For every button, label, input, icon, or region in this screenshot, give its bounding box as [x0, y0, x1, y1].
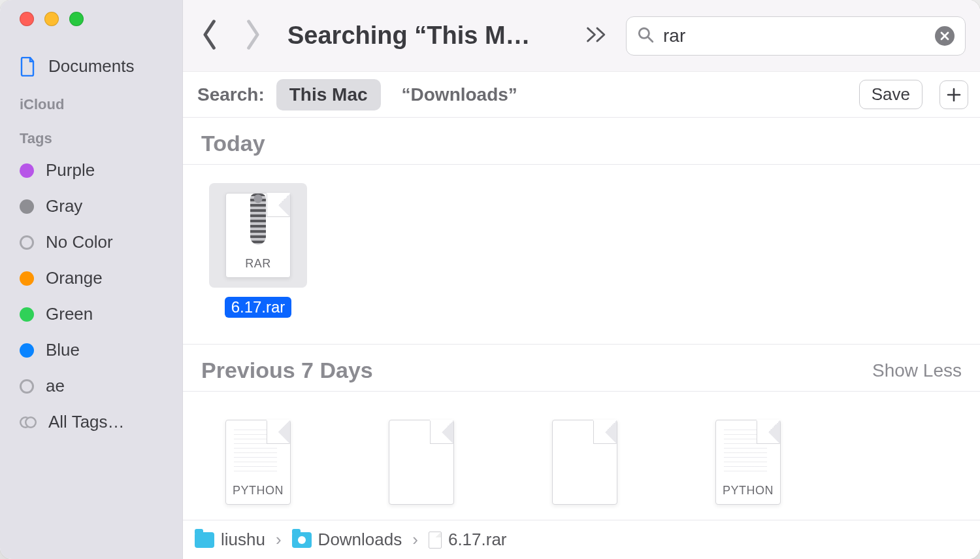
results-content: TodayRAR6.17.rarPrevious 7 DaysShow Less… [183, 118, 980, 520]
all-tags-icon [20, 414, 37, 431]
minimize-button[interactable] [44, 12, 59, 26]
zoom-button[interactable] [69, 12, 84, 26]
save-search-button[interactable]: Save [859, 80, 923, 109]
file-item[interactable]: PYTHON [699, 410, 797, 515]
scope-label: Search: [197, 84, 265, 105]
file-thumbnail: PYTHON [209, 410, 307, 515]
sidebar-tag-purple[interactable]: Purple [0, 152, 182, 188]
downloads-folder-icon [292, 532, 312, 548]
close-button[interactable] [20, 12, 34, 26]
tag-dot-icon [20, 199, 34, 214]
tag-dot-icon [20, 343, 34, 358]
scope-downloads[interactable]: “Downloads” [389, 79, 531, 110]
toolbar-overflow[interactable] [585, 25, 609, 47]
tag-dot-icon [20, 163, 34, 178]
sidebar: Documents iCloud Tags PurpleGrayNo Color… [0, 0, 183, 559]
chevron-right-icon: › [273, 530, 284, 550]
sidebar-heading-tags: Tags [0, 118, 182, 152]
path-bar: liushu›Downloads›6.17.rar [183, 520, 980, 559]
tag-dot-icon [20, 307, 34, 322]
sidebar-tag-no-color[interactable]: No Color [0, 224, 182, 260]
file-caption: PYTHON [723, 484, 774, 498]
scope-bar: Search: This Mac“Downloads” Save [183, 72, 980, 118]
show-less-button[interactable]: Show Less [872, 360, 962, 381]
file-thumbnail: PYTHON [699, 410, 797, 515]
file-item[interactable] [536, 410, 634, 515]
path-label: Downloads [318, 530, 402, 550]
file-thumbnail [536, 410, 634, 515]
sidebar-tag-ae[interactable]: ae [0, 368, 182, 404]
add-criteria-button[interactable] [939, 80, 968, 109]
sidebar-label: ae [46, 376, 65, 396]
sidebar-label: Purple [46, 160, 95, 180]
sidebar-label: Gray [46, 196, 82, 216]
sidebar-label: Orange [46, 268, 103, 288]
scope-thismac[interactable]: This Mac [276, 79, 381, 110]
back-button[interactable] [201, 20, 220, 52]
sidebar-item-documents[interactable]: Documents [0, 48, 182, 84]
search-input[interactable] [663, 25, 926, 46]
tag-dot-icon [20, 235, 34, 250]
window-controls [0, 12, 182, 48]
file-name: 6.17.rar [225, 297, 292, 318]
zip-icon [250, 194, 266, 245]
path-label: 6.17.rar [448, 530, 507, 550]
file-caption: RAR [245, 257, 271, 271]
path-label: liushu [221, 530, 265, 550]
search-icon [637, 26, 654, 46]
path-segment[interactable]: liushu [195, 530, 265, 550]
sidebar-tag-green[interactable]: Green [0, 296, 182, 332]
sidebar-tag-orange[interactable]: Orange [0, 260, 182, 296]
document-icon [429, 532, 442, 549]
tag-dot-icon [20, 271, 34, 286]
sidebar-heading-icloud: iCloud [0, 84, 182, 118]
sidebar-label: All Tags… [48, 412, 125, 432]
section-title: Today [201, 131, 265, 156]
toolbar: Searching “This M… [183, 0, 980, 72]
file-item[interactable]: PYTHON [209, 410, 307, 515]
file-thumbnail [372, 410, 470, 515]
file-item[interactable] [372, 410, 470, 515]
sidebar-label: Documents [48, 56, 135, 76]
forward-button[interactable] [243, 20, 261, 52]
sidebar-label: Blue [46, 340, 80, 360]
tag-dot-icon [20, 379, 34, 394]
nav-arrows [201, 20, 261, 52]
path-segment[interactable]: 6.17.rar [429, 530, 507, 550]
search-field-container [626, 16, 966, 56]
main-area: Searching “This M… Search: This Mac“Down… [183, 0, 980, 559]
home-folder-icon [195, 532, 214, 548]
finder-window: Documents iCloud Tags PurpleGrayNo Color… [0, 0, 980, 559]
path-segment[interactable]: Downloads [292, 530, 402, 550]
svg-line-1 [648, 37, 653, 41]
sidebar-item-all-tags[interactable]: All Tags… [0, 404, 182, 440]
section-title: Previous 7 Days [201, 358, 373, 383]
sidebar-tag-blue[interactable]: Blue [0, 332, 182, 368]
file-caption: PYTHON [233, 484, 284, 498]
sidebar-label: No Color [46, 232, 113, 252]
sidebar-tag-gray[interactable]: Gray [0, 188, 182, 224]
window-title: Searching “This M… [287, 22, 531, 50]
sidebar-label: Green [46, 304, 93, 324]
file-thumbnail: RAR [209, 183, 307, 288]
document-icon [20, 57, 37, 76]
file-item[interactable]: RAR6.17.rar [209, 183, 307, 318]
clear-search-button[interactable] [935, 26, 955, 46]
chevron-right-icon: › [410, 530, 421, 550]
